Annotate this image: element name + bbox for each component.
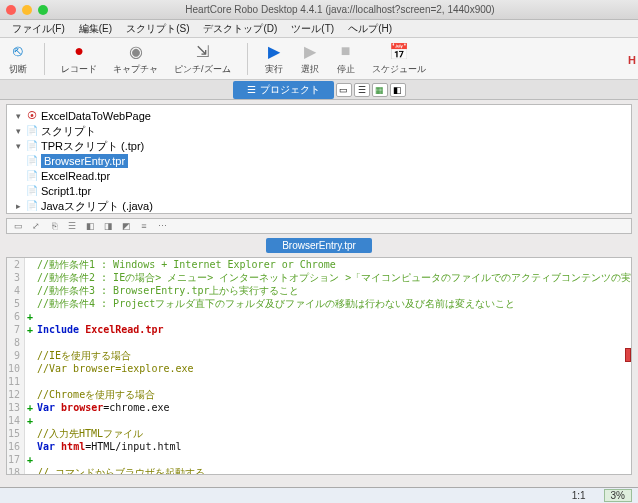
close-icon[interactable] <box>6 5 16 15</box>
toolbar-label: 停止 <box>337 63 355 76</box>
toolbar-label: 実行 <box>265 63 283 76</box>
strip-btn[interactable]: ◨ <box>101 220 115 232</box>
toolbar: ⎋切断●レコード◉キャプチャ⇲ピンチ/ズーム▶実行▶選択■停止📅スケジュール <box>0 38 638 80</box>
toolbar-label: 切断 <box>9 63 27 76</box>
toolbar-ピンチ/ズーム[interactable]: ⇲ピンチ/ズーム <box>174 41 231 76</box>
strip-btn[interactable]: ⋯ <box>155 220 169 232</box>
line-text: Include ExcelRead.tpr <box>35 323 631 336</box>
strip-btn[interactable]: ⤢ <box>29 220 43 232</box>
code-line[interactable]: 13+Var browser=chrome.exe <box>7 401 631 414</box>
code-line[interactable]: 11 <box>7 375 631 388</box>
tree-item-browserentry[interactable]: 📄BrowserEntry.tpr <box>13 154 625 169</box>
zoom-icon[interactable] <box>38 5 48 15</box>
toolbar-icon: ● <box>69 41 89 61</box>
code-line[interactable]: 2//動作条件1 : Windows + Internet Explorer o… <box>7 258 631 271</box>
code-line[interactable]: 7+Include ExcelRead.tpr <box>7 323 631 336</box>
toolbar-label: 選択 <box>301 63 319 76</box>
view-btn-3[interactable]: ▦ <box>372 83 388 97</box>
view-btn-4[interactable]: ◧ <box>390 83 406 97</box>
window-title: HeartCore Robo Desktop 4.4.1 (java://loc… <box>48 4 632 15</box>
toolbar-icon: 📅 <box>389 41 409 61</box>
editor-tabbar: BrowserEntry.tpr <box>0 234 638 257</box>
line-number: 13 <box>7 401 25 414</box>
minimize-icon[interactable] <box>22 5 32 15</box>
code-line[interactable]: 16Var html=HTML/input.html <box>7 440 631 453</box>
toolbar-スケジュール[interactable]: 📅スケジュール <box>372 41 426 76</box>
view-btn-1[interactable]: ▭ <box>336 83 352 97</box>
toolbar-レコード[interactable]: ●レコード <box>61 41 97 76</box>
toolbar-停止[interactable]: ■停止 <box>336 41 356 76</box>
error-marker[interactable] <box>625 348 631 362</box>
tree-tpr-group[interactable]: ▾📄TPRスクリプト (.tpr) <box>13 139 625 154</box>
line-text: //動作条件3 : BrowserEntry.tpr上から実行すること <box>35 284 631 297</box>
code-line[interactable]: 18// コマンドからブラウザを起動する <box>7 466 631 475</box>
titlebar: HeartCore Robo Desktop 4.4.1 (java://loc… <box>0 0 638 20</box>
project-tree[interactable]: ▾⦿ExcelDataToWebPage ▾📄スクリプト ▾📄TPRスクリプト … <box>6 104 632 214</box>
code-line[interactable]: 5//動作条件4 : Projectフォルダ直下のフォルダ及びファイルの移動は行… <box>7 297 631 310</box>
code-editor[interactable]: 2//動作条件1 : Windows + Internet Explorer o… <box>6 257 632 475</box>
menu-file[interactable]: ファイル(F) <box>6 20 71 38</box>
toolbar-実行[interactable]: ▶実行 <box>264 41 284 76</box>
toolbar-選択[interactable]: ▶選択 <box>300 41 320 76</box>
tree-java-group[interactable]: ▸📄Javaスクリプト (.java) <box>13 199 625 214</box>
toolbar-icon: ◉ <box>126 41 146 61</box>
strip-btn[interactable]: ▭ <box>11 220 25 232</box>
strip-btn[interactable]: ◧ <box>83 220 97 232</box>
project-icon: ☰ <box>247 84 256 95</box>
tree-item-excelread[interactable]: 📄ExcelRead.tpr <box>13 169 625 184</box>
menu-edit[interactable]: 編集(E) <box>73 20 118 38</box>
code-line[interactable]: 8 <box>7 336 631 349</box>
strip-btn[interactable]: ≡ <box>137 220 151 232</box>
menu-help[interactable]: ヘルプ(H) <box>342 20 398 38</box>
code-line[interactable]: 10//Var browser=iexplore.exe <box>7 362 631 375</box>
toolbar-キャプチャ[interactable]: ◉キャプチャ <box>113 41 158 76</box>
line-number: 15 <box>7 427 25 440</box>
line-text: //Var browser=iexplore.exe <box>35 362 631 375</box>
toolbar-icon: ⎋ <box>8 41 28 61</box>
toolbar-label: ピンチ/ズーム <box>174 63 231 76</box>
line-text: //Chromeを使用する場合 <box>35 388 631 401</box>
line-mark: + <box>25 323 35 336</box>
statusbar: 1:1 3% <box>0 487 638 503</box>
line-number: 14 <box>7 414 25 427</box>
line-text: //動作条件1 : Windows + Internet Explorer or… <box>35 258 631 271</box>
menu-tools[interactable]: ツール(T) <box>285 20 340 38</box>
tab-project-label: プロジェクト <box>260 83 320 97</box>
line-mark: + <box>25 310 35 323</box>
line-text: //動作条件4 : Projectフォルダ直下のフォルダ及びファイルの移動は行わ… <box>35 297 631 310</box>
tab-project[interactable]: ☰ プロジェクト <box>233 81 334 99</box>
tree-root[interactable]: ▾⦿ExcelDataToWebPage <box>13 109 625 124</box>
h-marker: H <box>628 54 636 66</box>
tree-scripts[interactable]: ▾📄スクリプト <box>13 124 625 139</box>
strip-btn[interactable]: ◩ <box>119 220 133 232</box>
line-number: 11 <box>7 375 25 388</box>
line-number: 12 <box>7 388 25 401</box>
code-line[interactable]: 15//入力先HTMLファイル <box>7 427 631 440</box>
code-line[interactable]: 6+ <box>7 310 631 323</box>
toolbar-切断[interactable]: ⎋切断 <box>8 41 28 76</box>
toolbar-label: スケジュール <box>372 63 426 76</box>
editor-tab-active[interactable]: BrowserEntry.tpr <box>266 238 372 253</box>
toolbar-icon: ■ <box>336 41 356 61</box>
code-line[interactable]: 14+ <box>7 414 631 427</box>
code-line[interactable]: 9//IEを使用する場合 <box>7 349 631 362</box>
menu-desktop[interactable]: デスクトップ(D) <box>197 20 283 38</box>
line-text: Var html=HTML/input.html <box>35 440 631 453</box>
code-line[interactable]: 4//動作条件3 : BrowserEntry.tpr上から実行すること <box>7 284 631 297</box>
strip-btn[interactable]: ☰ <box>65 220 79 232</box>
code-line[interactable]: 12//Chromeを使用する場合 <box>7 388 631 401</box>
tree-item-script1[interactable]: 📄Script1.tpr <box>13 184 625 199</box>
window-controls <box>6 5 48 15</box>
code-line[interactable]: 17+ <box>7 453 631 466</box>
menu-script[interactable]: スクリプト(S) <box>120 20 195 38</box>
strip-btn[interactable]: ⎘ <box>47 220 61 232</box>
line-number: 5 <box>7 297 25 310</box>
toolbar-label: キャプチャ <box>113 63 158 76</box>
line-text: //動作条件2 : IEの場合> メニュー> インターネットオプション >「マイ… <box>35 271 632 284</box>
view-btn-2[interactable]: ☰ <box>354 83 370 97</box>
line-text: Var browser=chrome.exe <box>35 401 631 414</box>
code-line[interactable]: 3//動作条件2 : IEの場合> メニュー> インターネットオプション >「マ… <box>7 271 631 284</box>
line-text: // コマンドからブラウザを起動する <box>35 466 631 475</box>
line-number: 9 <box>7 349 25 362</box>
tabbar: ☰ プロジェクト ▭ ☰ ▦ ◧ <box>0 80 638 100</box>
